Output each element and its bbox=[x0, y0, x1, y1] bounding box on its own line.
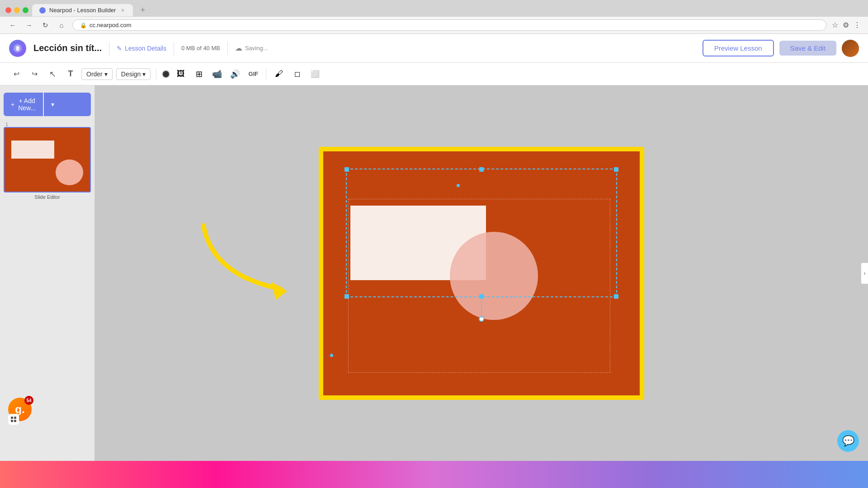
text-icon: T bbox=[68, 69, 73, 79]
thumb-circle bbox=[56, 160, 83, 185]
back-button[interactable]: ← bbox=[7, 20, 18, 31]
window-controls bbox=[5, 7, 28, 13]
slide-pink-circle[interactable] bbox=[450, 232, 538, 320]
grid-dots bbox=[11, 417, 16, 422]
avatar[interactable] bbox=[842, 40, 859, 57]
canvas-area[interactable]: › bbox=[95, 85, 868, 461]
bottom-bar bbox=[0, 461, 868, 488]
grid-dot bbox=[11, 420, 13, 422]
order-caret-icon: ▾ bbox=[104, 70, 108, 78]
order-dropdown[interactable]: Order ▾ bbox=[81, 68, 113, 80]
text-tool-button[interactable]: T bbox=[63, 67, 78, 81]
lesson-details-button[interactable]: ✎ Lesson Details bbox=[117, 45, 166, 52]
svg-marker-1 bbox=[271, 282, 287, 300]
slide-item: 1 Slide Editor bbox=[4, 122, 91, 202]
gif-label: GIF bbox=[249, 70, 259, 77]
brush-tool-button[interactable]: 🖌 bbox=[272, 67, 286, 81]
top-navbar: Lección sin tít... ✎ Lesson Details 0 MB… bbox=[0, 34, 868, 63]
tab-close-btn[interactable]: × bbox=[119, 7, 126, 14]
redo-button[interactable]: ↪ bbox=[27, 67, 42, 81]
g-badge[interactable]: g. 54 bbox=[8, 398, 35, 425]
active-tab[interactable]: Nearpod - Lesson Builder × bbox=[32, 4, 133, 16]
minimize-window-btn[interactable] bbox=[14, 7, 20, 13]
avatar-image bbox=[842, 40, 859, 57]
lock-icon: 🔒 bbox=[80, 22, 87, 28]
home-button[interactable]: ⌂ bbox=[56, 20, 67, 31]
address-bar: ← → ↻ ⌂ 🔒 cc.nearpod.com ☆ ⚙ ⋮ bbox=[0, 17, 868, 34]
add-new-caret-button[interactable]: ▾ bbox=[44, 93, 91, 116]
grid-dot bbox=[14, 420, 16, 422]
redo-icon: ↪ bbox=[32, 70, 38, 78]
tab-favicon bbox=[39, 7, 46, 14]
navbar-right: Preview Lesson Save & Edit bbox=[703, 40, 859, 57]
audio-tool-button[interactable]: 🔊 bbox=[228, 67, 242, 81]
chevron-right-icon: › bbox=[864, 270, 866, 277]
add-new-button[interactable]: + + Add New... bbox=[4, 93, 43, 116]
video-icon: 📹 bbox=[212, 69, 222, 79]
app-logo bbox=[9, 40, 26, 57]
handle-tr[interactable] bbox=[614, 167, 618, 172]
right-panel-toggle[interactable]: › bbox=[861, 263, 868, 284]
saving-status: ☁ Saving... bbox=[235, 44, 268, 52]
slide-inner[interactable] bbox=[323, 151, 640, 395]
arrow-annotation bbox=[199, 221, 303, 302]
grid-icon bbox=[8, 414, 19, 425]
handle-tm[interactable] bbox=[479, 167, 484, 172]
bookmark-icon[interactable]: ☆ bbox=[832, 21, 838, 29]
design-dropdown[interactable]: Design ▾ bbox=[116, 68, 151, 80]
small-dot bbox=[330, 354, 333, 357]
select-icon: ↖ bbox=[49, 69, 56, 79]
slide-frame bbox=[319, 147, 644, 400]
refresh-button[interactable]: ↻ bbox=[40, 20, 51, 31]
chat-bubble-button[interactable]: 💬 bbox=[837, 430, 859, 452]
forward-button[interactable]: → bbox=[24, 20, 34, 31]
slide-number: 1 bbox=[4, 122, 91, 127]
divider3 bbox=[227, 42, 228, 55]
lesson-title: Lección sin tít... bbox=[33, 43, 102, 53]
close-window-btn[interactable] bbox=[5, 7, 11, 13]
audio-icon: 🔊 bbox=[230, 69, 240, 79]
eraser-tool-button[interactable]: ◻ bbox=[290, 67, 304, 81]
clear-tool-button[interactable]: ⬜ bbox=[308, 67, 322, 81]
handle-tl[interactable] bbox=[344, 167, 349, 172]
maximize-window-btn[interactable] bbox=[23, 7, 28, 13]
gif-tool-button[interactable]: GIF bbox=[246, 67, 260, 81]
chat-icon: 💬 bbox=[842, 435, 854, 447]
browser-right-icons: ☆ ⚙ ⋮ bbox=[832, 21, 861, 29]
menu-icon[interactable]: ⋮ bbox=[854, 21, 861, 29]
image-icon: 🖼 bbox=[177, 69, 185, 79]
handle-br[interactable] bbox=[614, 294, 618, 299]
browser-chrome: Nearpod - Lesson Builder × + ← → ↻ ⌂ 🔒 c… bbox=[0, 0, 868, 34]
toolbar: ↩ ↪ ↖ T Order ▾ Design ▾ 🖼 ⊞ 📹 � bbox=[0, 63, 868, 85]
image-tool-button[interactable]: 🖼 bbox=[174, 67, 188, 81]
g-badge-count: 54 bbox=[24, 396, 33, 405]
settings-icon[interactable]: ⚙ bbox=[843, 21, 849, 29]
eraser-icon: ◻ bbox=[294, 70, 300, 78]
select-tool-button[interactable]: ↖ bbox=[45, 67, 60, 81]
new-tab-button[interactable]: + bbox=[137, 4, 149, 17]
table-icon: ⊞ bbox=[196, 69, 203, 79]
slide-thumbnail[interactable] bbox=[4, 127, 91, 192]
undo-icon: ↩ bbox=[14, 70, 19, 78]
preview-lesson-button[interactable]: Preview Lesson bbox=[703, 40, 774, 56]
address-field[interactable]: 🔒 cc.nearpod.com bbox=[72, 19, 826, 31]
color-picker-button[interactable] bbox=[162, 70, 170, 78]
toolbar-sep2 bbox=[266, 69, 266, 80]
tab-bar: Nearpod - Lesson Builder × + bbox=[0, 0, 868, 17]
edit-icon: ✎ bbox=[117, 45, 122, 52]
video-tool-button[interactable]: 📹 bbox=[210, 67, 224, 81]
grid-dot bbox=[14, 417, 16, 419]
undo-button[interactable]: ↩ bbox=[9, 67, 24, 81]
design-caret-icon: ▾ bbox=[142, 70, 146, 78]
add-new-row: + + Add New... ▾ bbox=[4, 93, 91, 116]
save-edit-button[interactable]: Save & Edit bbox=[779, 41, 836, 56]
lesson-details-label: Lesson Details bbox=[125, 45, 166, 52]
order-label: Order bbox=[86, 70, 103, 78]
table-tool-button[interactable]: ⊞ bbox=[192, 67, 206, 81]
brush-icon: 🖌 bbox=[275, 69, 283, 79]
center-dot bbox=[457, 184, 460, 187]
divider bbox=[109, 42, 109, 55]
saving-label: Saving... bbox=[245, 45, 268, 52]
add-new-label: + Add New... bbox=[18, 97, 36, 112]
main-area: + + Add New... ▾ 1 Slide Editor bbox=[0, 85, 868, 461]
